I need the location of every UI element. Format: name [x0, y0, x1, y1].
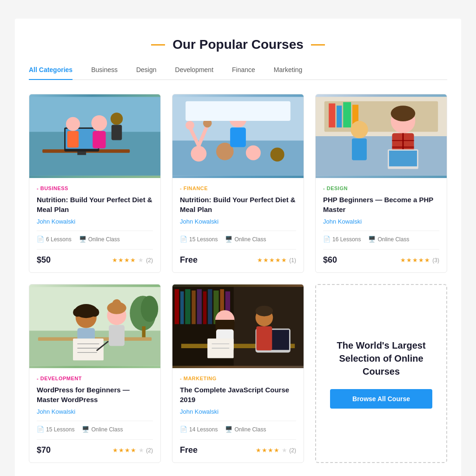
svg-rect-26 — [316, 136, 447, 176]
stars-2: ★★★★★ — [257, 257, 287, 264]
lessons-meta-4: 📄 15 Lessons — [37, 426, 74, 433]
svg-rect-71 — [203, 291, 207, 324]
class-meta-4: 🖥️ Online Class — [82, 426, 123, 433]
course-price-1: $50 — [37, 255, 51, 265]
tab-development[interactable]: Development — [175, 66, 214, 80]
promo-title: The World's Largest Selection of Online … — [330, 339, 432, 378]
monitor-icon-1: 🖥️ — [79, 236, 86, 243]
course-meta-4: 📄 15 Lessons 🖥️ Online Class — [37, 421, 153, 433]
course-body-4: - DEVELOPMENT WordPress for Beginners — … — [29, 368, 160, 463]
promo-card: The World's Largest Selection of Online … — [315, 284, 447, 463]
course-image-3 — [316, 94, 447, 178]
course-card-1: - BUSINESS Nutrition: Build Your Perfect… — [29, 94, 161, 273]
tab-design[interactable]: Design — [136, 66, 157, 80]
course-card-5: - MARKETING The Complete JavaScript Cour… — [172, 284, 304, 463]
course-category-4: - DEVELOPMENT — [37, 376, 153, 381]
section-title: Our Popular Courses — [172, 37, 304, 52]
course-author-2[interactable]: John Kowalski — [180, 218, 296, 225]
course-body-2: - FINANCE Nutrition: Build Your Perfect … — [172, 178, 304, 272]
svg-rect-69 — [192, 291, 195, 324]
svg-rect-29 — [329, 104, 335, 128]
course-card-2: - FINANCE Nutrition: Build Your Perfect … — [172, 94, 304, 273]
course-body-5: - MARKETING The Complete JavaScript Cour… — [172, 368, 304, 463]
course-footer-2: Free ★★★★★ (1) — [180, 249, 296, 265]
svg-point-41 — [350, 121, 368, 139]
course-card-4: - DEVELOPMENT WordPress for Beginners — … — [29, 284, 161, 463]
svg-rect-66 — [175, 289, 179, 324]
course-title-4: WordPress for Beginners — Master WordPre… — [37, 385, 153, 404]
rating-count-2: (1) — [289, 257, 296, 264]
book-icon-2: 📄 — [180, 236, 187, 243]
svg-rect-70 — [197, 289, 202, 324]
class-type-3: Online Class — [377, 236, 409, 243]
svg-point-6 — [91, 115, 107, 131]
dash-right — [311, 44, 325, 46]
lessons-count-2: 15 Lessons — [189, 236, 218, 243]
tab-business[interactable]: Business — [91, 66, 118, 80]
course-price-3: $60 — [323, 255, 337, 265]
course-card-3: - DESIGN PHP Beginners — Become a PHP Ma… — [315, 94, 447, 273]
svg-rect-72 — [208, 289, 212, 324]
course-rating-3: ★★★★★ (3) — [400, 257, 439, 264]
course-body-3: - DESIGN PHP Beginners — Become a PHP Ma… — [316, 178, 447, 272]
tab-finance[interactable]: Finance — [232, 66, 255, 80]
course-meta-3: 📄 16 Lessons 🖥️ Online Class — [323, 231, 439, 243]
course-category-5: - MARKETING — [180, 376, 296, 381]
course-rating-5: ★★★★★ (2) — [256, 447, 296, 454]
course-image-2 — [172, 94, 304, 178]
course-image-1 — [29, 94, 160, 178]
svg-rect-5 — [77, 152, 86, 155]
course-price-4: $70 — [37, 445, 51, 455]
svg-rect-68 — [185, 289, 190, 324]
course-category-2: - FINANCE — [180, 185, 296, 191]
lessons-count-3: 16 Lessons — [332, 236, 361, 243]
course-author-4[interactable]: John Kowalski — [37, 408, 153, 415]
stars-5: ★★★★ — [256, 447, 280, 454]
svg-rect-11 — [67, 131, 79, 148]
tab-marketing[interactable]: Marketing — [274, 66, 302, 80]
stars-3: ★★★★★ — [400, 257, 430, 264]
courses-grid: - BUSINESS Nutrition: Build Your Perfect… — [29, 94, 447, 463]
course-title-2: Nutrition: Build Your Perfect Diet & Mea… — [180, 195, 296, 214]
rating-count-4: (2) — [146, 447, 153, 454]
course-author-1[interactable]: John Kowalski — [37, 218, 153, 225]
svg-point-14 — [191, 146, 206, 162]
svg-point-16 — [246, 145, 261, 160]
browse-all-button[interactable]: Browse All Course — [330, 389, 432, 409]
monitor-icon-3: 🖥️ — [368, 236, 376, 243]
course-category-1: - BUSINESS — [37, 185, 153, 191]
lessons-meta-3: 📄 16 Lessons — [323, 236, 361, 243]
course-author-5[interactable]: John Kowalski — [180, 408, 296, 415]
course-meta-1: 📄 6 Lessons 🖥️ Online Class — [37, 231, 153, 243]
svg-point-51 — [73, 308, 82, 317]
dash-left — [151, 44, 165, 46]
page-wrapper: Our Popular Courses All Categories Busin… — [15, 19, 461, 476]
lessons-meta-2: 📄 15 Lessons — [180, 236, 218, 243]
svg-rect-67 — [180, 291, 184, 324]
course-image-5 — [172, 284, 304, 368]
svg-rect-40 — [389, 151, 417, 166]
course-title-1: Nutrition: Build Your Perfect Diet & Mea… — [37, 195, 153, 214]
book-icon-1: 📄 — [37, 236, 44, 243]
lessons-meta-1: 📄 6 Lessons — [37, 236, 72, 243]
svg-point-10 — [66, 117, 80, 131]
class-type-1: Online Class — [88, 236, 120, 243]
course-image-4 — [29, 284, 160, 368]
course-title-5: The Complete JavaScript Course 2019 — [180, 385, 296, 404]
rating-count-1: (2) — [146, 257, 153, 264]
class-meta-2: 🖥️ Online Class — [225, 236, 266, 243]
course-price-5: Free — [180, 445, 198, 455]
half-star-1: ★ — [138, 257, 144, 264]
svg-rect-9 — [112, 125, 122, 140]
book-icon-5: 📄 — [180, 426, 187, 433]
half-star-5: ★ — [282, 447, 287, 454]
course-author-3[interactable]: John Kowalski — [323, 218, 439, 225]
svg-rect-83 — [256, 326, 272, 350]
stars-1: ★★★★ — [112, 257, 136, 264]
svg-rect-30 — [337, 106, 342, 127]
tab-all-categories[interactable]: All Categories — [29, 66, 73, 80]
monitor-icon-4: 🖥️ — [82, 426, 89, 433]
svg-point-17 — [271, 147, 284, 161]
svg-rect-7 — [93, 131, 106, 149]
class-type-5: Online Class — [234, 426, 266, 433]
